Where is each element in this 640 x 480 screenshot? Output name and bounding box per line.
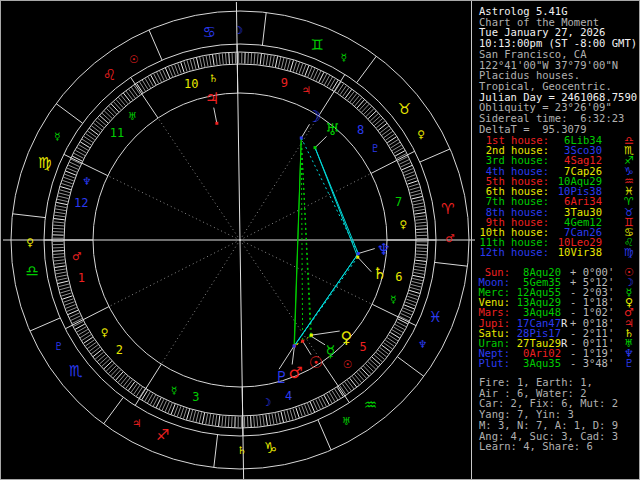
degree-tick [296,407,299,417]
degree-tick [359,102,366,110]
house-ruler-glyph: ♀ [399,218,407,230]
sign-boundary-line [30,318,60,331]
degree-tick [58,284,69,287]
house-number: 1 [78,271,85,285]
degree-tick [111,104,119,112]
house-cusp-dotted-line [240,173,371,240]
zodiac-sign-glyph: ♊ [310,36,323,54]
degree-tick [222,416,223,427]
degree-tick [53,228,64,229]
aspect-line [301,138,311,335]
sign-boundary-line [214,435,218,468]
house-ruler-glyph: ☉ [343,358,352,370]
planet-pointer-line [301,124,309,138]
degree-tick [302,405,306,415]
degree-tick [293,61,296,71]
degree-tick [187,60,190,71]
degree-tick [364,366,372,374]
degree-tick [414,269,425,271]
summary-line: Learn: 4, Share: 6 [479,440,593,452]
degree-tick [55,269,66,271]
house-ruler-glyph: ☿ [390,293,396,305]
house-ruler-glyph: ♂ [72,250,81,262]
planet-pointer-line [311,336,326,345]
degree-tick [59,193,70,196]
degree-tick [364,106,372,114]
degree-tick [180,407,184,417]
sign-boundary-line [13,214,46,218]
degree-tick [290,60,293,71]
axis-cusp-spoke [237,44,238,93]
sign-glyph-icon: ♍ [620,246,638,259]
degree-tick [281,58,284,69]
house-number: 2 [116,343,123,357]
sign-ruler-glyph: ♆ [418,338,427,350]
degree-tick [412,196,423,199]
degree-tick [181,62,184,72]
degree-tick [121,95,128,103]
degree-tick [53,225,64,226]
planet-pointer-line [358,257,371,272]
degree-tick [193,411,196,422]
sign-boundary-line [149,30,162,60]
house-cusp-dotted-line [161,240,240,364]
degree-tick [226,53,227,64]
degree-tick [350,378,357,387]
degree-tick [183,408,186,418]
degree-tick [412,200,423,202]
degree-tick [376,352,384,359]
house-ruler-glyph: ♅ [128,110,137,122]
house-ruler-glyph: ♄ [209,72,218,84]
sign-boundary-line [262,13,266,46]
degree-tick [411,193,422,196]
degree-tick [415,213,426,215]
planet-position-value: 3Aqu35 [510,357,561,369]
degree-tick [63,177,73,181]
house-ruler-glyph: ☽ [262,396,271,408]
house-number: 8 [357,123,364,137]
degree-tick [416,254,427,255]
degree-tick [405,302,415,306]
planet-row: Moon:5Gem35+ 5°12'☽ [472,276,640,286]
degree-tick [263,54,264,65]
degree-tick [416,222,427,223]
degree-tick [415,260,426,261]
degree-tick [203,56,205,67]
aspect-line [301,138,310,336]
degree-tick [304,404,308,414]
degree-tick [93,123,102,130]
house-number: 5 [359,340,366,354]
planet-position-dot [301,340,304,343]
degree-tick [368,111,376,119]
degree-tick [272,414,274,425]
planet-pointer-line [311,331,339,335]
sign-ruler-glyph: ♀ [26,236,34,248]
degree-tick [275,413,277,424]
degree-tick [104,111,112,119]
degree-tick [372,116,380,123]
degree-tick [171,65,175,75]
degree-tick [374,355,382,362]
degree-tick [62,296,72,299]
astrolog-window: ♈♂♉♀♊☿♋☽♌☉♍☿♎♀♏♇♐♃♑♄♒♅♓♆1♂2♀3☿4☽5☉6☿7♀8♇… [0,0,640,480]
degree-tick [54,263,65,264]
house-ruler-glyph: ♃ [301,84,310,96]
degree-tick [174,405,178,415]
sign-ruler-glyph: ♀ [417,128,425,140]
degree-tick [123,378,130,387]
degree-tick [416,251,427,252]
degree-tick [299,63,303,73]
degree-tick [54,260,65,261]
degree-tick [206,56,208,67]
degree-tick [175,64,179,74]
degree-tick [106,364,114,372]
planet-glyph: ♅ [325,120,339,139]
degree-tick [102,113,110,120]
planet-row: Satu:28Pis17- 2°11'♄ [472,327,640,337]
zodiac-sign-glyph: ♉ [398,100,411,118]
planet-position-dot [314,146,317,149]
degree-tick [190,410,193,421]
house-cusp-dotted-line [240,116,319,240]
degree-tick [184,61,187,71]
house-cusp-dotted-line [158,118,240,240]
